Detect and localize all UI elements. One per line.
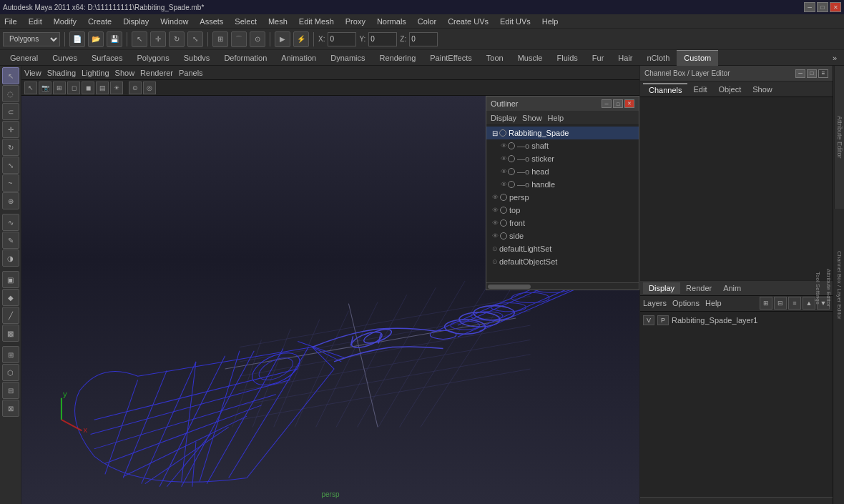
- rotate-tool-button[interactable]: ↻: [169, 31, 185, 47]
- outliner-item-shaft[interactable]: 👁 —o shaft: [486, 139, 639, 152]
- menu-color[interactable]: Color: [416, 17, 438, 26]
- mode-dropdown[interactable]: Polygons Animation Rendering: [3, 32, 60, 46]
- menu-select[interactable]: Select: [233, 17, 258, 26]
- outliner-display-menu[interactable]: Display: [491, 114, 516, 122]
- tab-subdvs[interactable]: Subdvs: [177, 50, 217, 66]
- new-file-button[interactable]: 📄: [69, 31, 85, 47]
- tab-muscle[interactable]: Muscle: [511, 50, 550, 66]
- paint-icon[interactable]: ✎: [2, 232, 19, 249]
- vp-grid-btn[interactable]: ⊞: [53, 81, 66, 94]
- open-file-button[interactable]: 📂: [88, 31, 104, 47]
- tab-expand-button[interactable]: »: [828, 52, 841, 64]
- tab-custom[interactable]: Custom: [677, 50, 718, 66]
- polygon-select-icon[interactable]: ▣: [2, 271, 19, 288]
- layer-render-tab[interactable]: Render: [680, 282, 717, 294]
- select-tool-button[interactable]: ↖: [132, 31, 147, 47]
- delete-layer-btn[interactable]: ⊟: [774, 297, 787, 310]
- outliner-hscroll-thumb[interactable]: [488, 285, 531, 289]
- outliner-content[interactable]: ⊟ Rabbiting_Spade 👁 —o shaft 👁: [486, 125, 639, 282]
- save-file-button[interactable]: 💾: [107, 31, 122, 47]
- vp-xray-btn[interactable]: ◎: [143, 81, 156, 94]
- snap-curve-button[interactable]: ⌒: [231, 31, 247, 47]
- axis-y-input[interactable]: [368, 32, 397, 46]
- outliner-minimize-btn[interactable]: ─: [602, 99, 612, 108]
- tab-fluids[interactable]: Fluids: [549, 50, 584, 66]
- options-menu[interactable]: Options: [672, 299, 700, 307]
- bevel-icon[interactable]: ⬡: [2, 364, 19, 381]
- outliner-item-top[interactable]: 👁 top: [486, 204, 639, 217]
- move-tool-button[interactable]: ✛: [150, 31, 166, 47]
- curve-tool-icon[interactable]: ∿: [2, 214, 19, 231]
- soft-mod-icon[interactable]: ~: [2, 174, 19, 192]
- outliner-hscrollbar[interactable]: [486, 282, 639, 290]
- maximize-button[interactable]: □: [817, 2, 828, 12]
- tab-animation[interactable]: Animation: [274, 50, 323, 66]
- layer-options-btn[interactable]: ≡: [788, 297, 801, 310]
- menu-window[interactable]: Window: [159, 17, 190, 26]
- snap-point-button[interactable]: ⊙: [250, 31, 265, 47]
- menu-edit[interactable]: Edit: [27, 17, 44, 26]
- new-layer-btn[interactable]: ⊞: [760, 297, 772, 310]
- vertex-icon[interactable]: ◆: [2, 289, 19, 306]
- tab-deformation[interactable]: Deformation: [217, 50, 274, 66]
- menu-edit-mesh[interactable]: Edit Mesh: [298, 17, 335, 26]
- insert-loop-icon[interactable]: ⊠: [2, 400, 19, 417]
- vtab-tool-settings[interactable]: Tool Settings: [813, 74, 823, 501]
- menu-display[interactable]: Display: [122, 17, 150, 26]
- vtab-attr-editor[interactable]: Attribute Editor: [824, 74, 833, 501]
- select-tool-icon[interactable]: ↖: [2, 67, 19, 84]
- menu-modify[interactable]: Modify: [52, 17, 78, 26]
- outliner-item-handle[interactable]: 👁 —o handle: [486, 178, 639, 191]
- vp-panels-menu[interactable]: Panels: [179, 69, 203, 77]
- vp-texture-btn[interactable]: ▤: [96, 81, 109, 94]
- outliner-maximize-btn[interactable]: □: [613, 99, 623, 108]
- outliner-item-side[interactable]: 👁 side: [486, 229, 639, 242]
- scale-icon[interactable]: ⤡: [2, 157, 19, 174]
- layer-display-tab[interactable]: Display: [643, 282, 680, 294]
- channel-box-body[interactable]: [640, 97, 833, 280]
- vp-lighting-menu[interactable]: Lighting: [82, 69, 109, 77]
- menu-edit-uvs[interactable]: Edit UVs: [499, 17, 532, 26]
- scale-tool-button[interactable]: ⤡: [187, 31, 203, 47]
- outliner-item-persp[interactable]: 👁 persp: [486, 191, 639, 204]
- tab-surfaces[interactable]: Surfaces: [84, 50, 129, 66]
- menu-help[interactable]: Help: [541, 17, 560, 26]
- outliner-item-front[interactable]: 👁 front: [486, 217, 639, 229]
- menu-proxy[interactable]: Proxy: [344, 17, 367, 26]
- tab-ncloth[interactable]: nCloth: [640, 50, 677, 66]
- menu-file[interactable]: File: [3, 17, 19, 26]
- extrude-icon[interactable]: ⊞: [2, 346, 19, 363]
- layer-anim-tab[interactable]: Anim: [717, 282, 747, 294]
- outliner-show-menu[interactable]: Show: [522, 114, 542, 122]
- minimize-button[interactable]: ─: [804, 2, 815, 12]
- ch-minimize-btn[interactable]: ─: [795, 69, 805, 78]
- vp-smooth-btn[interactable]: ◼: [82, 81, 94, 94]
- ch-tab-show[interactable]: Show: [747, 84, 778, 95]
- move-icon[interactable]: ✛: [2, 121, 19, 138]
- tab-polygons[interactable]: Polygons: [129, 50, 176, 66]
- tab-general[interactable]: General: [3, 50, 45, 66]
- layer-p-btn[interactable]: P: [657, 315, 669, 325]
- snap-grid-button[interactable]: ⊞: [212, 31, 228, 47]
- tab-curves[interactable]: Curves: [45, 50, 84, 66]
- layer-row-1[interactable]: V P Rabbiting_Spade_layer1: [643, 313, 830, 327]
- vp-renderer-menu[interactable]: Renderer: [140, 69, 173, 77]
- axis-x-input[interactable]: [328, 32, 356, 46]
- axis-z-input[interactable]: [409, 32, 438, 46]
- layer-v-btn[interactable]: V: [643, 315, 654, 325]
- tab-hair[interactable]: Hair: [611, 50, 639, 66]
- menu-create[interactable]: Create: [87, 17, 113, 26]
- menu-normals[interactable]: Normals: [376, 17, 408, 26]
- layer-hscrollbar[interactable]: [640, 497, 833, 504]
- ipr-button[interactable]: ⚡: [293, 31, 309, 47]
- outliner-item-root[interactable]: ⊟ Rabbiting_Spade: [486, 127, 639, 139]
- show-manip-icon[interactable]: ⊕: [2, 192, 19, 209]
- paint-select-icon[interactable]: ◌: [2, 85, 19, 102]
- menu-assets[interactable]: Assets: [198, 17, 225, 26]
- vp-view-menu[interactable]: View: [24, 69, 41, 77]
- outliner-title-bar[interactable]: Outliner ─ □ ✕: [486, 97, 639, 111]
- menu-mesh[interactable]: Mesh: [267, 17, 289, 26]
- tab-toon[interactable]: Toon: [479, 50, 511, 66]
- tab-painteffects[interactable]: PaintEffects: [423, 50, 479, 66]
- layers-menu[interactable]: Layers: [643, 299, 667, 307]
